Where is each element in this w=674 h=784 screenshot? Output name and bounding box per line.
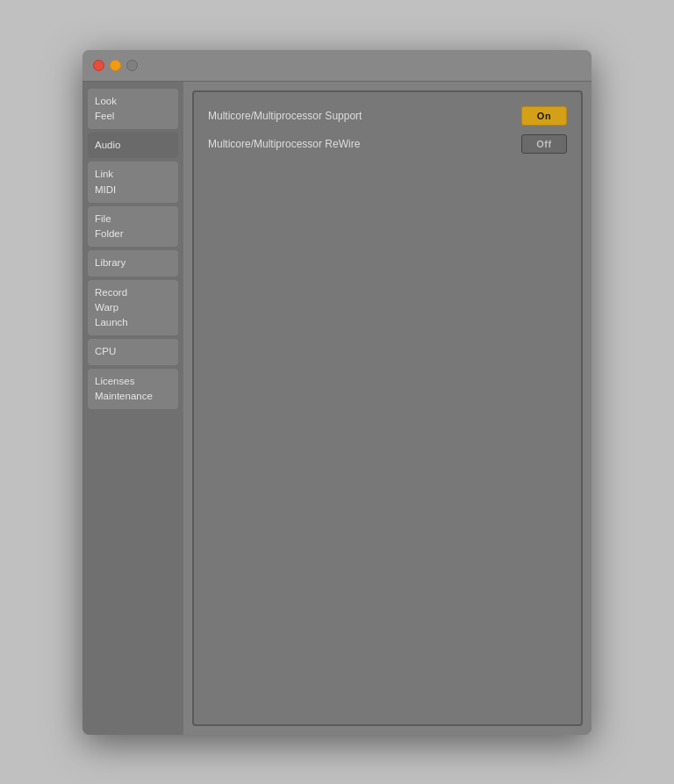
sidebar-item-link-midi[interactable]: LinkMIDI (88, 162, 178, 203)
setting-label-multicore-rewire: Multicore/Multiprocessor ReWire (208, 138, 521, 150)
sidebar-item-label: Library (95, 255, 171, 270)
sidebar-item-label: Link (95, 167, 171, 182)
setting-row-multicore-support: Multicore/Multiprocessor SupportOn (208, 106, 567, 126)
minimize-button[interactable] (110, 60, 121, 71)
window-body: LookFeelAudioLinkMIDIFileFolderLibraryRe… (82, 82, 592, 735)
sidebar-item-file-folder[interactable]: FileFolder (88, 206, 178, 248)
sidebar-item-label: Look (95, 94, 171, 109)
setting-row-multicore-rewire: Multicore/Multiprocessor ReWireOff (208, 134, 567, 154)
sidebar-item-label: Record (95, 285, 171, 300)
sidebar-item-label: Launch (95, 315, 171, 330)
sidebar-item-audio[interactable]: Audio (88, 133, 178, 158)
toggle-multicore-support[interactable]: On (521, 106, 567, 126)
sidebar-item-label: Audio (95, 138, 171, 153)
sidebar-item-label: Licenses (95, 374, 171, 389)
sidebar-item-label: Maintenance (95, 389, 171, 404)
sidebar-item-label: MIDI (95, 183, 171, 198)
traffic-lights (93, 60, 138, 71)
maximize-button[interactable] (126, 60, 138, 71)
sidebar-item-label: Folder (95, 227, 171, 241)
sidebar-item-cpu[interactable]: CPU (88, 339, 178, 364)
sidebar-item-look-feel[interactable]: LookFeel (88, 89, 178, 130)
sidebar-item-label: File (95, 212, 171, 227)
titlebar (82, 50, 592, 82)
sidebar-item-record-warp-launch[interactable]: RecordWarpLaunch (88, 280, 178, 336)
setting-label-multicore-support: Multicore/Multiprocessor Support (208, 110, 521, 122)
close-button[interactable] (93, 60, 104, 71)
preferences-window: LookFeelAudioLinkMIDIFileFolderLibraryRe… (82, 50, 592, 735)
sidebar: LookFeelAudioLinkMIDIFileFolderLibraryRe… (82, 82, 183, 735)
sidebar-item-label: Feel (95, 109, 171, 124)
sidebar-item-licenses-maintenance[interactable]: LicensesMaintenance (88, 369, 178, 410)
main-content: Multicore/Multiprocessor SupportOnMultic… (183, 82, 592, 735)
sidebar-item-label: Warp (95, 300, 171, 315)
sidebar-item-library[interactable]: Library (88, 250, 178, 276)
toggle-multicore-rewire[interactable]: Off (521, 134, 567, 154)
content-panel: Multicore/Multiprocessor SupportOnMultic… (192, 90, 583, 726)
sidebar-item-label: CPU (95, 344, 171, 359)
